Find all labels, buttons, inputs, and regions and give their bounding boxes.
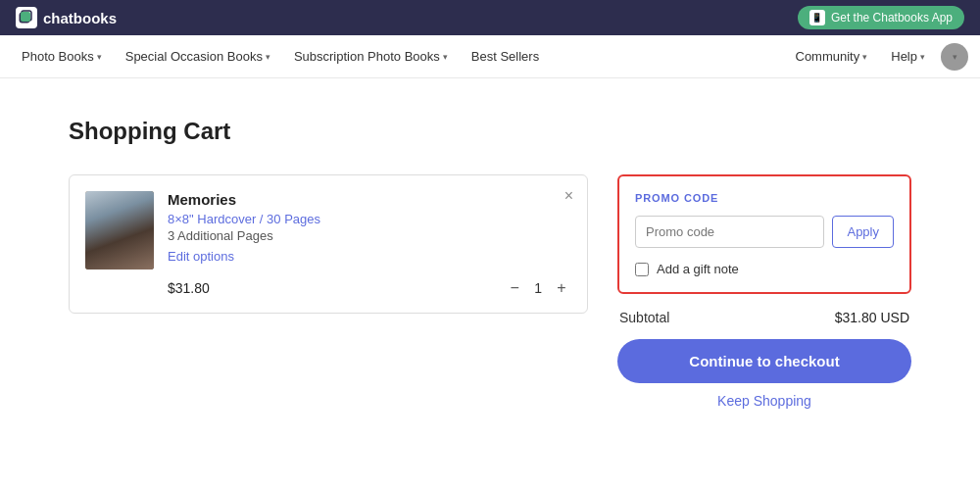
quantity-decrease-button[interactable]: − xyxy=(505,279,524,297)
logo-text: chatbooks xyxy=(43,10,117,26)
app-icon: 📱 xyxy=(809,10,825,25)
quantity-value: 1 xyxy=(534,280,542,296)
nav-item-help[interactable]: Help ▾ xyxy=(883,43,933,70)
chevron-down-icon: ▾ xyxy=(443,52,448,62)
item-price-row: $31.80 − 1 + xyxy=(168,279,571,297)
subtotal-row: Subtotal $31.80 USD xyxy=(617,310,911,325)
promo-input-row: Apply xyxy=(635,216,894,248)
item-spec: 8×8" Hardcover / 30 Pages xyxy=(168,212,571,226)
nav-item-photo-books[interactable]: Photo Books ▾ xyxy=(12,43,112,70)
nav-item-special-occasion[interactable]: Special Occasion Books ▾ xyxy=(116,43,280,70)
chevron-down-icon: ▾ xyxy=(953,52,957,62)
chevron-down-icon: ▾ xyxy=(97,52,102,62)
promo-code-input[interactable] xyxy=(635,216,824,248)
quantity-controls: − 1 + xyxy=(505,279,571,297)
chevron-down-icon: ▾ xyxy=(862,52,867,62)
main-content: Shopping Cart × Memories 8×8" Hardcover … xyxy=(49,78,931,448)
nav-item-community[interactable]: Community ▾ xyxy=(788,43,876,70)
cart-layout: × Memories 8×8" Hardcover / 30 Pages 3 A… xyxy=(69,174,911,409)
remove-item-button[interactable]: × xyxy=(564,187,573,205)
item-price: $31.80 xyxy=(168,280,210,296)
edit-options-link[interactable]: Edit options xyxy=(168,249,571,264)
promo-panel: PROMO CODE Apply Add a gift note Subtota… xyxy=(617,174,911,409)
avatar[interactable]: ▾ xyxy=(941,43,968,71)
nav-item-subscription[interactable]: Subscription Photo Books ▾ xyxy=(284,43,458,70)
chevron-down-icon: ▾ xyxy=(920,52,925,62)
gift-note-row: Add a gift note xyxy=(635,262,894,276)
nav-right: Community ▾ Help ▾ ▾ xyxy=(788,43,969,71)
cart-item: × Memories 8×8" Hardcover / 30 Pages 3 A… xyxy=(69,174,588,314)
quantity-increase-button[interactable]: + xyxy=(552,279,571,297)
nav-item-best-sellers[interactable]: Best Sellers xyxy=(462,43,549,70)
nav-left: Photo Books ▾ Special Occasion Books ▾ S… xyxy=(12,43,549,70)
gift-note-checkbox[interactable] xyxy=(635,263,649,276)
topbar: chatbooks 📱 Get the Chatbooks App xyxy=(0,0,980,35)
chevron-down-icon: ▾ xyxy=(266,52,270,62)
item-name: Memories xyxy=(168,191,571,208)
app-btn-label: Get the Chatbooks App xyxy=(831,11,953,24)
checkout-button[interactable]: Continue to checkout xyxy=(617,339,911,383)
promo-box: PROMO CODE Apply Add a gift note xyxy=(617,174,911,294)
logo-icon xyxy=(16,7,37,28)
subtotal-label: Subtotal xyxy=(619,310,669,325)
gift-note-label[interactable]: Add a gift note xyxy=(657,262,739,276)
item-pages: 3 Additional Pages xyxy=(168,228,571,243)
get-app-button[interactable]: 📱 Get the Chatbooks App xyxy=(798,6,964,29)
logo[interactable]: chatbooks xyxy=(16,7,117,28)
svg-rect-2 xyxy=(21,12,30,22)
page-title: Shopping Cart xyxy=(69,118,911,145)
promo-code-label: PROMO CODE xyxy=(635,192,894,204)
cart-items: × Memories 8×8" Hardcover / 30 Pages 3 A… xyxy=(69,174,588,314)
item-image xyxy=(85,191,154,270)
navbar: Photo Books ▾ Special Occasion Books ▾ S… xyxy=(0,35,980,78)
apply-promo-button[interactable]: Apply xyxy=(832,216,894,248)
subtotal-value: $31.80 USD xyxy=(835,310,909,325)
item-details: Memories 8×8" Hardcover / 30 Pages 3 Add… xyxy=(168,191,571,297)
keep-shopping-link[interactable]: Keep Shopping xyxy=(617,393,911,409)
